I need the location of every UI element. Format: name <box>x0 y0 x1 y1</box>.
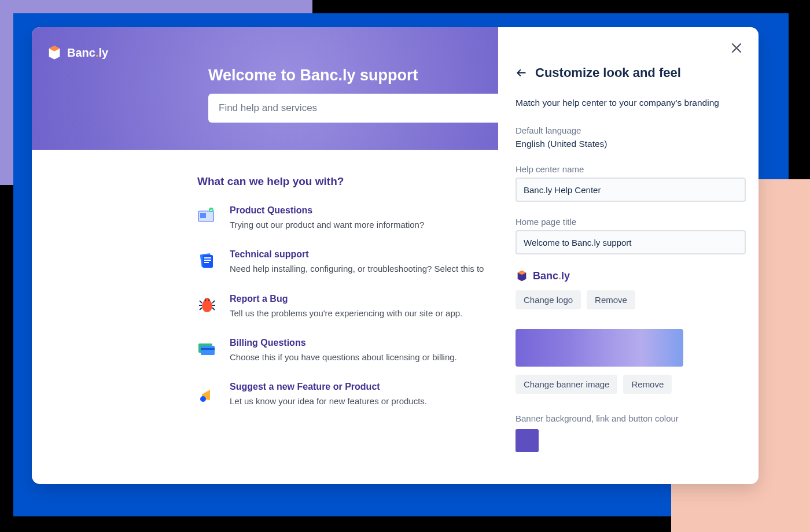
card-icon <box>197 339 217 359</box>
svg-point-15 <box>200 396 206 402</box>
topic-title: Billing Questions <box>230 338 457 348</box>
topic-title: Report a Bug <box>230 294 462 304</box>
topic-title: Product Questions <box>230 205 424 216</box>
change-banner-button[interactable]: Change banner image <box>516 375 617 394</box>
banner-color-swatch[interactable] <box>516 429 539 452</box>
home-page-title-input[interactable]: Welcome to Banc.ly support <box>516 230 746 254</box>
back-arrow-icon[interactable] <box>516 67 527 79</box>
topic-desc: Need help installing, configuring, or tr… <box>230 263 484 275</box>
brand-logo-icon <box>46 45 62 61</box>
topic-desc: Choose this if you have questions about … <box>230 352 457 363</box>
help-center-app: Banc.ly Welcome to Banc.ly support Find … <box>32 27 759 484</box>
panel-subtitle: Match your help center to your company's… <box>516 98 741 108</box>
topic-desc: Let us know your idea for new features o… <box>230 396 427 407</box>
topic-title: Technical support <box>230 249 484 260</box>
svg-rect-4 <box>203 255 213 268</box>
brand-logo-icon <box>516 269 528 282</box>
default-language-value: English (United States) <box>516 139 741 149</box>
customize-panel: Customize look and feel Match your help … <box>498 27 759 484</box>
monitor-icon <box>197 206 217 226</box>
home-page-title-label: Home page title <box>516 217 741 227</box>
banner-color-label: Banner background, link and button colou… <box>516 413 741 423</box>
close-icon[interactable] <box>730 41 743 55</box>
topic-title: Suggest a new Feature or Product <box>230 382 427 392</box>
svg-point-11 <box>208 299 210 301</box>
svg-rect-14 <box>201 348 215 350</box>
svg-point-2 <box>209 208 213 212</box>
doc-icon <box>197 250 217 270</box>
svg-point-10 <box>205 299 207 301</box>
svg-rect-7 <box>204 262 209 263</box>
svg-rect-1 <box>200 213 206 218</box>
panel-title: Customize look and feel <box>535 65 681 80</box>
svg-rect-6 <box>204 260 211 261</box>
help-center-name-label: Help center name <box>516 164 741 174</box>
topic-desc: Trying out our product and want more inf… <box>230 219 424 231</box>
topic-desc: Tell us the problems you're experiencing… <box>230 308 462 319</box>
help-center-name-input[interactable]: Banc.ly Help Center <box>516 178 746 202</box>
brand-name: Banc.ly <box>67 46 108 60</box>
banner-preview <box>516 329 683 367</box>
default-language-label: Default language <box>516 125 741 135</box>
logo-preview: Banc.ly <box>516 269 741 282</box>
megaphone-icon <box>197 383 217 402</box>
remove-logo-button[interactable]: Remove <box>587 290 635 309</box>
bug-icon <box>197 295 217 315</box>
logo-preview-text: Banc.ly <box>533 270 570 282</box>
remove-banner-button[interactable]: Remove <box>623 375 672 394</box>
svg-rect-5 <box>204 257 211 258</box>
svg-rect-13 <box>201 346 215 355</box>
change-logo-button[interactable]: Change logo <box>516 290 581 309</box>
